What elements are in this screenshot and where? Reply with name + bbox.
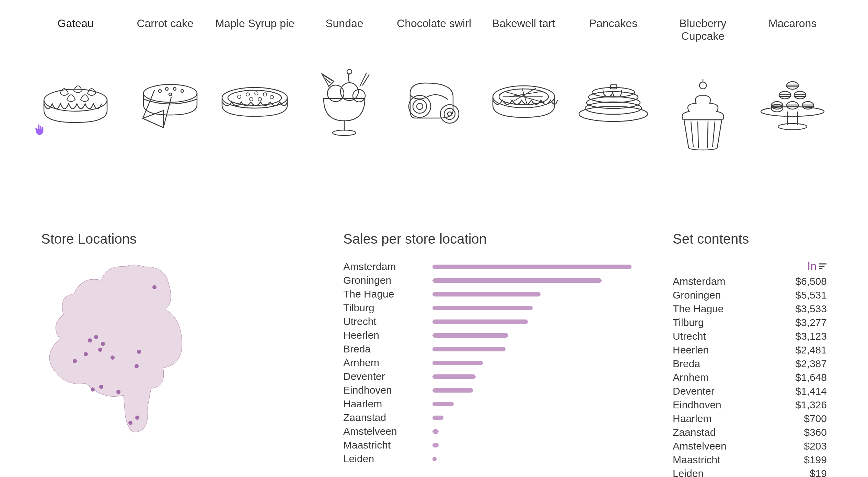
product-macarons[interactable]: Macarons [751,17,834,149]
bar-track [432,374,632,379]
sales-bar-chart[interactable]: AmsterdamGroningenThe HagueTilburgUtrech… [343,260,632,466]
map-dot-amstelveen[interactable] [98,348,102,352]
set-row[interactable]: Amsterdam$6,508 [673,275,827,288]
bar-row[interactable]: Amsterdam [343,260,632,274]
pancakes-icon [572,68,655,136]
bar-row[interactable]: Maastricht [343,438,632,452]
product-maple-syrup-pie[interactable]: Maple Syrup pie [213,17,296,149]
svg-rect-55 [802,105,814,107]
set-row-value: $700 [804,413,827,424]
bar-fill [432,361,483,365]
macarons-icon [751,68,834,136]
set-row-name: Maastricht [673,454,720,466]
set-row-name: Haarlem [673,413,711,424]
bar-fill [432,333,508,338]
svg-point-24 [413,100,427,113]
set-row[interactable]: Breda$2,387 [673,357,827,371]
set-row[interactable]: Eindhoven$1,326 [673,398,827,412]
map-dot-amsterdam[interactable] [101,342,105,346]
product-label: Maple Syrup pie [213,17,296,30]
bar-row[interactable]: Tilburg [343,301,632,315]
product-bakewell-tart[interactable]: Bakewell tart [483,17,565,149]
map-dot-arnhem[interactable] [135,364,139,368]
bar-fill [432,347,506,351]
set-row-value: $3,533 [795,303,827,315]
bar-row[interactable]: Arnhem [343,356,632,370]
netherlands-map[interactable] [41,260,192,438]
set-row-name: Deventer [673,385,715,397]
map-dot-eindhoven[interactable] [116,390,120,394]
set-row[interactable]: Amstelveen$203 [673,439,827,453]
product-carrot-cake[interactable]: Carrot cake [124,17,206,149]
product-pancakes[interactable]: Pancakes [572,17,655,149]
set-row-value: $1,326 [795,399,827,411]
svg-point-2 [159,90,161,92]
set-row-name: Tilburg [673,317,704,328]
product-blueberry-cupcake[interactable]: Blueberry Cupcake [662,17,744,149]
set-row[interactable]: Heerlen$2,481 [673,343,827,357]
bar-fill [432,265,632,269]
set-row-value: $5,531 [795,289,827,301]
bar-track [432,429,632,434]
map-dot-zaanstad[interactable] [94,335,98,339]
bar-row[interactable]: Eindhoven [343,383,632,397]
set-row[interactable]: Arnhem$1,648 [673,371,827,384]
set-sort-header[interactable]: In [673,260,827,272]
bar-row[interactable]: Leiden [343,452,632,466]
set-row[interactable]: Zaanstad$360 [673,426,827,439]
product-sundae[interactable]: Sundae [303,17,385,149]
set-row[interactable]: The Hague$3,533 [673,302,827,316]
map-dot-tilburg[interactable] [99,385,103,389]
svg-point-15 [258,97,262,101]
bar-row[interactable]: Heerlen [343,328,632,342]
bar-row[interactable]: Deventer [343,370,632,383]
panel-set-contents: Set contents In Amsterdam$6,508Groningen… [673,231,827,477]
bar-fill [432,443,439,447]
bar-fill [432,388,473,393]
map-dot-haarlem[interactable] [88,338,92,342]
product-label: Macarons [751,17,834,30]
map-dot-groningen[interactable] [152,285,157,289]
map-dot-leiden[interactable] [84,352,88,356]
map-dot-utrecht[interactable] [111,356,115,360]
set-row[interactable]: Groningen$5,531 [673,288,827,302]
set-row-value: $3,277 [795,317,827,328]
bar-row[interactable]: The Hague [343,287,632,301]
bar-fill [432,306,533,310]
svg-rect-57 [779,95,791,96]
map-dot-deventer[interactable] [137,350,141,354]
bar-label: Groningen [343,275,432,286]
svg-point-14 [250,97,253,101]
product-label: Sundae [303,17,385,30]
bar-fill [432,457,437,461]
product-label: Carrot cake [124,17,206,30]
product-selector: Gateau [21,17,847,149]
gateau-icon [34,68,117,136]
set-row[interactable]: Utrecht$3,123 [673,329,827,343]
product-chocolate-swirl[interactable]: Chocolate swirl [393,17,475,149]
set-row[interactable]: Leiden$19 [673,467,827,477]
bar-label: Haarlem [343,398,432,410]
bar-row[interactable]: Zaanstad [343,411,632,424]
set-row[interactable]: Deventer$1,414 [673,384,827,398]
bar-row[interactable]: Breda [343,342,632,356]
bar-track [432,402,632,406]
map-dot-heerlen[interactable] [135,416,139,420]
sundae-icon [303,68,385,136]
product-gateau[interactable]: Gateau [34,17,117,149]
map-dot-the-hague[interactable] [73,359,77,363]
set-row[interactable]: Tilburg$3,277 [673,316,827,329]
svg-point-28 [448,112,452,116]
set-row-value: $360 [804,427,827,438]
set-row[interactable]: Haarlem$700 [673,412,827,426]
cupcake-icon [662,80,744,149]
map-dot-maastricht[interactable] [128,421,132,425]
bar-row[interactable]: Amstelveen [343,424,632,438]
set-row[interactable]: Maastricht$199 [673,453,827,467]
bar-row[interactable]: Utrecht [343,315,632,328]
svg-point-5 [181,90,184,92]
bar-row[interactable]: Haarlem [343,397,632,411]
svg-line-44 [707,121,708,148]
map-dot-breda[interactable] [91,387,95,392]
bar-row[interactable]: Groningen [343,274,632,287]
